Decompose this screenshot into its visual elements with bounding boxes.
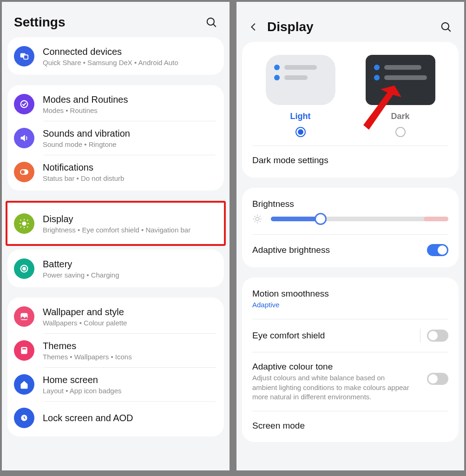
- svg-line-30: [255, 216, 256, 217]
- svg-rect-19: [21, 347, 27, 354]
- settings-group-battery: Battery Power saving • Charging: [7, 250, 224, 287]
- search-icon[interactable]: [440, 21, 452, 33]
- item-themes[interactable]: Themes Themes • Wallpapers • Icons: [7, 333, 224, 367]
- svg-line-33: [260, 216, 261, 217]
- brightness-slider-row: [242, 211, 459, 234]
- item-sub: Sound mode • Ringtone: [43, 140, 217, 148]
- wallpaper-icon: [14, 306, 34, 327]
- toggle-adaptive-brightness[interactable]: [427, 244, 448, 256]
- item-title: Display: [43, 213, 217, 225]
- item-home-screen[interactable]: Home screen Layout • App icon badges: [7, 367, 224, 401]
- item-connected-devices[interactable]: Connected devices Quick Share • Samsung …: [7, 39, 224, 73]
- display-icon: [14, 213, 34, 234]
- row-eye-comfort-shield[interactable]: Eye comfort shield: [242, 319, 459, 352]
- item-title: Battery: [43, 258, 217, 270]
- themes-icon: [14, 340, 34, 361]
- item-title: Themes: [43, 340, 217, 352]
- item-title: Sounds and vibration: [43, 127, 217, 139]
- svg-rect-3: [24, 55, 28, 59]
- settings-header: Settings: [2, 2, 230, 37]
- item-display[interactable]: Display Brightness • Eye comfort shield …: [7, 205, 224, 242]
- svg-point-22: [442, 23, 449, 30]
- row-adaptive-brightness[interactable]: Adaptive brightness: [242, 235, 459, 265]
- row-sub: Adjust colours and white balance based o…: [252, 373, 410, 402]
- search-icon[interactable]: [205, 16, 217, 28]
- radio-light[interactable]: [295, 127, 306, 137]
- item-title: Lock screen and AOD: [43, 412, 217, 424]
- item-sub: Status bar • Do not disturb: [43, 174, 217, 182]
- item-sounds-vibration[interactable]: Sounds and vibration Sound mode • Ringto…: [7, 121, 224, 155]
- settings-group-connectivity: Connected devices Quick Share • Samsung …: [7, 37, 224, 75]
- radio-dark[interactable]: [395, 127, 406, 137]
- theme-option-dark[interactable]: Dark: [355, 55, 446, 137]
- connected-devices-icon: [14, 46, 34, 66]
- row-dark-mode-settings[interactable]: Dark mode settings: [242, 146, 459, 175]
- row-title: Adaptive colour tone: [252, 362, 410, 372]
- highlight-box: Display Brightness • Eye comfort shield …: [6, 201, 226, 246]
- settings-group-system: Modes and Routines Modes • Routines Soun…: [7, 85, 224, 191]
- item-sub: Layout • App icon badges: [43, 387, 217, 395]
- theme-label: Dark: [355, 112, 446, 121]
- toggle-eye-comfort[interactable]: [427, 330, 448, 342]
- item-notifications[interactable]: Notifications Status bar • Do not distur…: [7, 155, 224, 189]
- item-lock-screen-aod[interactable]: Lock screen and AOD: [7, 401, 224, 435]
- svg-line-23: [448, 29, 450, 31]
- row-motion-smoothness[interactable]: Motion smoothness Adaptive: [242, 279, 459, 319]
- display-options-card: Motion smoothness Adaptive Eye comfort s…: [242, 278, 459, 442]
- pane-divider: [231, 0, 235, 476]
- theme-card: Light Dark Dark mode set: [242, 42, 459, 178]
- svg-point-25: [256, 217, 259, 220]
- theme-selector: Light Dark: [242, 44, 459, 145]
- home-icon: [14, 374, 34, 395]
- battery-icon: [14, 258, 34, 279]
- row-title: Adaptive brightness: [252, 245, 330, 255]
- item-sub: Themes • Wallpapers • Icons: [43, 353, 217, 361]
- svg-point-6: [21, 170, 25, 174]
- svg-point-7: [22, 221, 26, 225]
- svg-point-0: [207, 18, 214, 25]
- light-thumbnail: [266, 55, 335, 105]
- item-title: Home screen: [43, 374, 217, 386]
- page-title: Settings: [14, 15, 65, 30]
- row-title: Brightness: [252, 199, 294, 209]
- item-modes-routines[interactable]: Modes and Routines Modes • Routines: [7, 87, 224, 121]
- row-screen-mode[interactable]: Screen mode: [242, 411, 459, 440]
- svg-line-32: [255, 221, 256, 222]
- item-sub: Quick Share • Samsung DeX • Android Auto: [43, 59, 217, 66]
- item-sub: Wallpapers • Colour palette: [43, 319, 217, 327]
- lock-icon: [14, 408, 34, 428]
- item-battery[interactable]: Battery Power saving • Charging: [7, 251, 224, 285]
- theme-label: Light: [256, 112, 346, 121]
- row-sub: Adaptive: [252, 300, 329, 310]
- brightness-card: Brightness Adaptive brightness: [242, 188, 459, 267]
- item-title: Connected devices: [43, 46, 217, 58]
- svg-line-1: [213, 24, 216, 26]
- svg-line-14: [20, 226, 21, 227]
- notifications-icon: [14, 162, 34, 182]
- sun-icon: [252, 214, 263, 224]
- svg-rect-20: [22, 348, 26, 350]
- display-pane: Display Light: [235, 0, 466, 472]
- item-title: Notifications: [43, 161, 217, 173]
- page-title: Display: [267, 20, 314, 34]
- item-title: Modes and Routines: [43, 93, 217, 106]
- brightness-slider[interactable]: [271, 217, 448, 221]
- display-header: Display: [236, 2, 464, 42]
- modes-icon: [14, 94, 34, 114]
- toggle-adaptive-colour-tone[interactable]: [427, 373, 448, 385]
- sounds-icon: [14, 128, 34, 148]
- settings-group-personalize: Wallpaper and style Wallpapers • Colour …: [7, 298, 224, 436]
- svg-line-31: [260, 221, 261, 222]
- svg-line-15: [27, 219, 28, 220]
- item-wallpaper-style[interactable]: Wallpaper and style Wallpapers • Colour …: [7, 299, 224, 333]
- row-title: Screen mode: [252, 421, 305, 431]
- row-adaptive-colour-tone[interactable]: Adaptive colour tone Adjust colours and …: [242, 352, 459, 411]
- back-icon[interactable]: [249, 22, 259, 32]
- row-title: Dark mode settings: [252, 155, 328, 165]
- dark-thumbnail: [366, 55, 435, 105]
- item-sub: Modes • Routines: [43, 106, 217, 114]
- settings-pane: Settings Connected devices Quick Share •…: [0, 0, 231, 472]
- svg-point-17: [23, 267, 26, 270]
- item-title: Wallpaper and style: [43, 306, 217, 318]
- theme-option-light[interactable]: Light: [256, 55, 346, 137]
